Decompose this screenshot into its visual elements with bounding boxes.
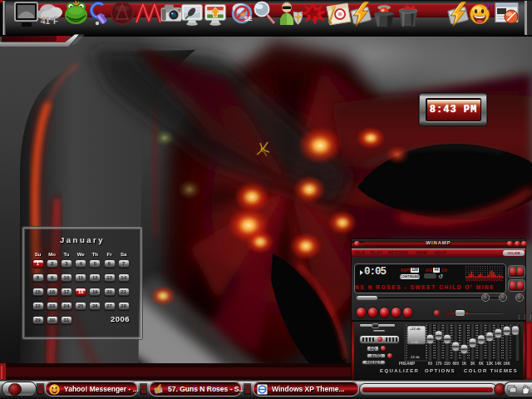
svg-text:+12 db: +12 db <box>410 326 421 330</box>
svg-text:41°F: 41°F <box>41 17 58 26</box>
svg-text:Y!: Y! <box>485 2 494 12</box>
svg-text:SE: SE <box>244 16 253 22</box>
svg-text:0 db: 0 db <box>411 340 419 344</box>
svg-text:-12 db: -12 db <box>410 355 420 359</box>
